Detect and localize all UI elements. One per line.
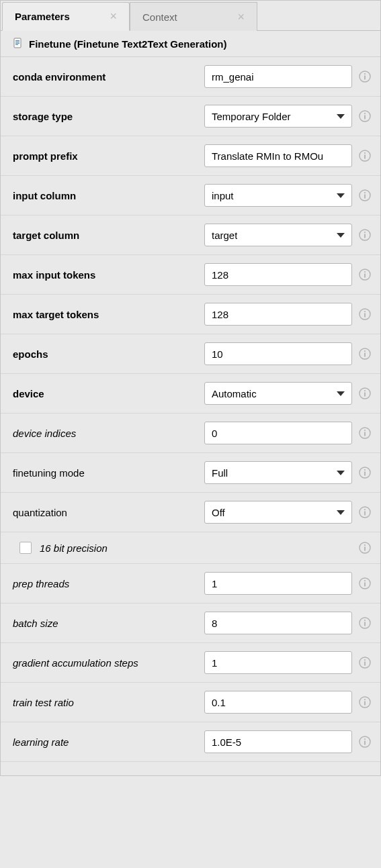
row-device-indices: device indices	[1, 414, 380, 453]
info-icon[interactable]	[359, 506, 371, 518]
svg-rect-9	[364, 115, 366, 119]
control-wrap	[204, 342, 371, 365]
row-epochs: epochs	[1, 334, 380, 374]
row-finetuning-mode: finetuning mode Full	[1, 453, 380, 493]
svg-point-43	[364, 544, 366, 546]
control-wrap	[204, 422, 371, 444]
svg-point-16	[364, 192, 366, 193]
control-wrap	[204, 730, 371, 753]
tab-context-label: Context	[142, 11, 177, 23]
row-learning-rate: learning rate	[1, 722, 380, 762]
target-column-select[interactable]: target	[204, 224, 352, 246]
label-storage-type: storage type	[13, 111, 198, 122]
input-column-value: input	[212, 190, 234, 201]
info-icon[interactable]	[359, 189, 371, 201]
row-prep-threads: prep threads	[1, 564, 380, 604]
svg-rect-42	[364, 547, 366, 551]
tab-parameters[interactable]: Parameters ×	[2, 2, 130, 31]
label-max-target-tokens: max target tokens	[13, 309, 198, 320]
batch-size-input[interactable]	[204, 612, 352, 634]
prep-threads-input[interactable]	[204, 572, 352, 595]
chevron-down-icon	[337, 233, 345, 238]
device-indices-input[interactable]	[204, 422, 352, 444]
gradient-accum-steps-input[interactable]	[204, 651, 352, 674]
svg-rect-6	[364, 76, 366, 80]
svg-rect-30	[364, 393, 366, 397]
epochs-input[interactable]	[204, 342, 352, 365]
info-icon[interactable]	[359, 696, 371, 708]
panel-subtitle: Finetune (Finetune Text2Text Generation)	[1, 31, 380, 57]
svg-point-55	[364, 699, 366, 700]
svg-rect-18	[364, 234, 366, 238]
control-wrap: input	[204, 184, 371, 207]
info-icon[interactable]	[359, 617, 371, 629]
control-wrap: Temporary Folder	[204, 105, 371, 128]
label-learning-rate: learning rate	[13, 736, 198, 748]
svg-point-37	[364, 469, 366, 471]
conda-environment-input[interactable]	[204, 65, 352, 88]
info-icon[interactable]	[359, 348, 371, 360]
svg-rect-57	[364, 741, 366, 745]
info-icon[interactable]	[359, 269, 371, 281]
info-icon[interactable]	[359, 736, 371, 748]
target-column-value: target	[212, 230, 237, 241]
svg-rect-27	[364, 353, 366, 357]
info-icon[interactable]	[359, 150, 371, 162]
label-gradient-accum-steps: gradient accumulation steps	[13, 657, 198, 669]
chevron-down-icon	[337, 471, 345, 475]
svg-point-46	[364, 580, 366, 581]
info-icon[interactable]	[359, 542, 371, 554]
label-device-indices: device indices	[13, 428, 198, 439]
label-target-column: target column	[13, 230, 198, 241]
max-input-tokens-input[interactable]	[204, 263, 352, 286]
row-quantization: quantization Off	[1, 493, 380, 532]
control-wrap	[204, 65, 371, 88]
label-prompt-prefix: prompt prefix	[13, 150, 198, 162]
tab-context[interactable]: Context ×	[130, 2, 257, 31]
quantization-select[interactable]: Off	[204, 501, 352, 524]
tabs-bar: Parameters × Context ×	[1, 1, 380, 31]
finetuning-mode-value: Full	[212, 467, 228, 479]
close-icon[interactable]: ×	[110, 9, 117, 23]
svg-rect-39	[364, 512, 366, 516]
label-input-column: input column	[13, 190, 198, 201]
svg-point-13	[364, 152, 366, 154]
input-column-select[interactable]: input	[204, 184, 352, 207]
info-icon[interactable]	[359, 308, 371, 320]
info-icon[interactable]	[359, 110, 371, 122]
chevron-down-icon	[337, 114, 345, 119]
info-icon[interactable]	[359, 229, 371, 241]
svg-rect-21	[364, 274, 366, 278]
info-icon[interactable]	[359, 467, 371, 479]
row-conda-environment: conda environment	[1, 57, 380, 97]
learning-rate-input[interactable]	[204, 730, 352, 753]
checkbox-group: 16 bit precision	[19, 542, 108, 554]
info-icon[interactable]	[359, 70, 371, 83]
prompt-prefix-input[interactable]	[204, 144, 352, 167]
svg-rect-4	[15, 44, 18, 45]
label-epochs: epochs	[13, 348, 198, 360]
info-icon[interactable]	[359, 427, 371, 439]
info-icon[interactable]	[359, 387, 371, 399]
row-storage-type: storage type Temporary Folder	[1, 97, 380, 136]
label-max-input-tokens: max input tokens	[13, 269, 198, 281]
precision-16bit-checkbox[interactable]	[19, 542, 32, 554]
parameters-panel: Parameters × Context × Finetune (Finetun…	[0, 0, 381, 776]
finetuning-mode-select[interactable]: Full	[204, 461, 352, 484]
svg-rect-45	[364, 583, 366, 587]
info-icon[interactable]	[359, 657, 371, 669]
svg-point-19	[364, 232, 366, 233]
max-target-tokens-input[interactable]	[204, 303, 352, 326]
row-target-column: target column target	[1, 215, 380, 255]
svg-rect-36	[364, 472, 366, 476]
parameter-rows: conda environment storage type Temporary…	[1, 57, 380, 762]
info-icon[interactable]	[359, 577, 371, 589]
svg-point-10	[364, 113, 366, 114]
tab-parameters-label: Parameters	[15, 11, 70, 22]
svg-rect-51	[364, 662, 366, 666]
storage-type-select[interactable]: Temporary Folder	[204, 105, 352, 128]
device-select[interactable]: Automatic	[204, 382, 352, 405]
train-test-ratio-input[interactable]	[204, 691, 352, 714]
control-wrap	[204, 263, 371, 286]
close-icon[interactable]: ×	[237, 10, 245, 24]
